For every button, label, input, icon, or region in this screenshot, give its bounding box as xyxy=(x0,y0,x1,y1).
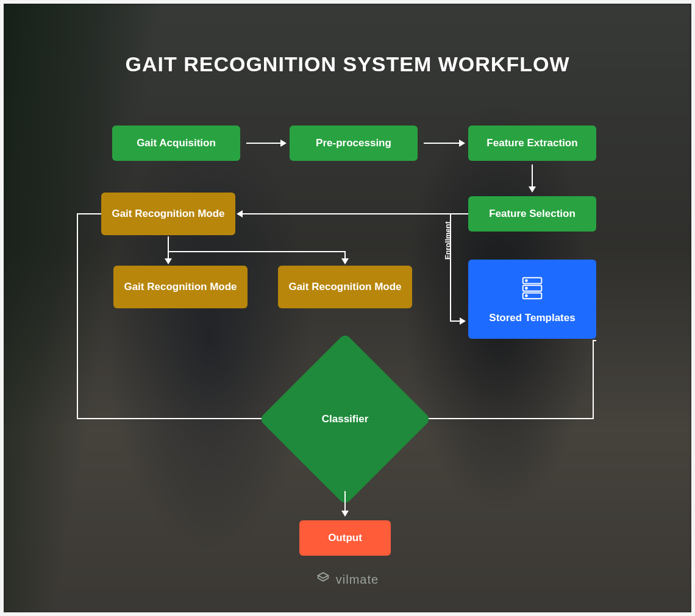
node-stored-templates: Stored Templates xyxy=(468,260,596,339)
node-gait-recognition-mode-3: Gait Recognition Mode xyxy=(278,266,412,308)
node-pre-processing: Pre-processing xyxy=(290,126,418,161)
node-label: Gait Recognition Mode xyxy=(288,280,401,293)
svg-point-4 xyxy=(526,287,527,289)
node-feature-extraction: Feature Extraction xyxy=(468,126,596,161)
arrow-line xyxy=(168,236,169,252)
brand-logo-icon xyxy=(316,572,330,588)
node-label: Pre-processing xyxy=(316,136,391,149)
arrow-line xyxy=(344,491,346,511)
node-label: Feature Extraction xyxy=(486,136,577,149)
diagram-content: GAIT RECOGNITION SYSTEM WORKFLOW Gait Ac… xyxy=(4,4,691,612)
node-classifier: Classifier xyxy=(284,358,406,480)
arrow-line xyxy=(77,213,101,214)
arrow-line xyxy=(424,418,594,419)
node-output: Output xyxy=(299,520,391,556)
arrow-line xyxy=(593,340,594,418)
brand-name: vilmate xyxy=(336,573,379,587)
arrow-line xyxy=(77,213,78,419)
node-gait-recognition-mode-2: Gait Recognition Mode xyxy=(113,266,248,308)
arrow-line xyxy=(593,340,596,341)
node-gait-acquisition: Gait Acquisition xyxy=(112,126,240,161)
arrow-head-icon xyxy=(165,258,172,264)
arrow-line xyxy=(344,251,346,258)
enrollment-label: Enrollment xyxy=(444,221,452,260)
arrow-line xyxy=(168,251,346,252)
node-label: Output xyxy=(328,531,362,544)
node-label: Gait Acquisition xyxy=(137,136,216,149)
arrow-line xyxy=(424,143,459,144)
arrow-line xyxy=(168,251,169,258)
arrow-line xyxy=(532,165,533,186)
arrow-line xyxy=(450,320,460,322)
node-label: Feature Selection xyxy=(489,207,576,220)
node-label: Gait Recognition Mode xyxy=(112,207,224,220)
arrow-head-icon xyxy=(341,258,349,264)
arrow-head-icon xyxy=(529,186,536,193)
node-feature-selection: Feature Selection xyxy=(468,196,596,232)
arrow-head-icon xyxy=(460,317,466,325)
brand-mark: vilmate xyxy=(4,572,691,588)
arrow-line xyxy=(243,213,468,214)
svg-point-3 xyxy=(526,280,527,281)
arrow-line xyxy=(246,143,280,144)
diagram-frame: GAIT RECOGNITION SYSTEM WORKFLOW Gait Ac… xyxy=(4,4,691,612)
svg-point-5 xyxy=(526,295,527,297)
server-stack-icon xyxy=(518,274,546,305)
arrow-head-icon xyxy=(237,210,243,218)
arrow-line xyxy=(77,418,272,419)
node-label: Classifier xyxy=(284,358,406,480)
node-label: Stored Templates xyxy=(489,311,575,324)
node-gait-recognition-mode-1: Gait Recognition Mode xyxy=(101,193,235,235)
diagram-title: GAIT RECOGNITION SYSTEM WORKFLOW xyxy=(4,52,691,76)
arrow-head-icon xyxy=(280,140,287,147)
arrow-head-icon xyxy=(459,140,465,147)
node-label: Gait Recognition Mode xyxy=(124,280,237,293)
arrow-head-icon xyxy=(341,511,349,517)
